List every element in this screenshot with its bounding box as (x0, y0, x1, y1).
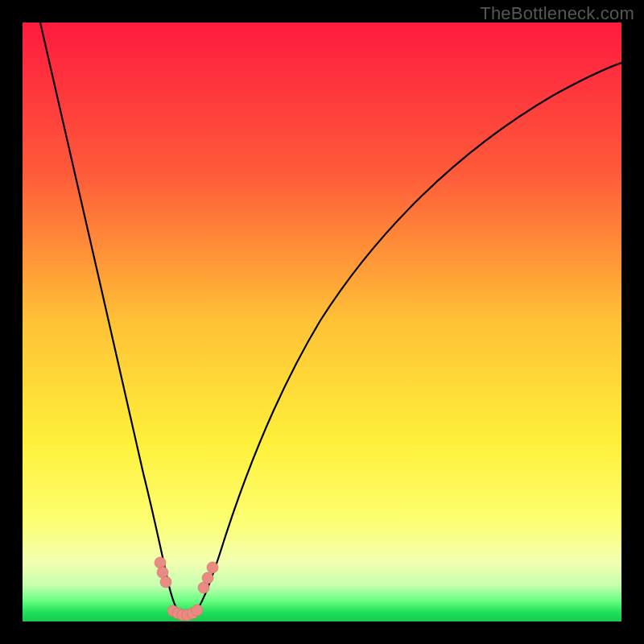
plot-area (23, 23, 621, 621)
svg-point-6 (207, 562, 218, 573)
watermark-text: TheBottleneck.com (480, 3, 634, 24)
bottleneck-curve (23, 23, 621, 621)
chart-frame: TheBottleneck.com (0, 0, 644, 644)
marker-cluster-right (198, 562, 218, 593)
marker-cluster-left (155, 557, 171, 588)
svg-point-1 (155, 557, 166, 568)
svg-point-5 (202, 572, 213, 584)
svg-point-12 (192, 605, 203, 616)
marker-cluster-bottom (167, 605, 203, 621)
svg-point-3 (160, 576, 171, 588)
